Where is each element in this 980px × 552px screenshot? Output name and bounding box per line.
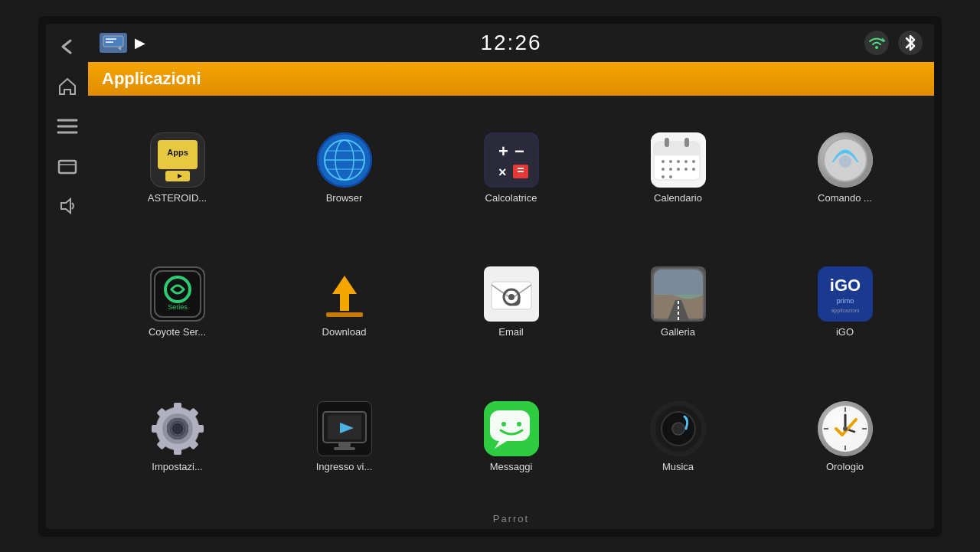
device-frame: ▶ 12:26 — [38, 16, 942, 537]
top-bar: ▶ 12:26 — [88, 24, 934, 62]
svg-point-81 — [172, 423, 184, 435]
svg-rect-34 — [684, 138, 689, 147]
svg-point-35 — [662, 160, 665, 163]
app-label-coyote: Coyote Ser... — [149, 326, 206, 338]
svg-text:=: = — [517, 164, 524, 177]
svg-rect-6 — [103, 36, 123, 47]
app-icon-impostaz — [150, 401, 205, 456]
section-title: Applicazioni — [102, 69, 201, 89]
svg-text:+: + — [498, 142, 508, 161]
app-email[interactable]: Email — [430, 237, 593, 367]
svg-point-37 — [677, 160, 680, 163]
windows-button[interactable] — [52, 151, 83, 181]
svg-text:applicazioni: applicazioni — [831, 308, 859, 314]
time-display: 12:26 — [480, 31, 541, 55]
app-label-ingresso: Ingresso vi... — [316, 461, 373, 472]
app-icon-download — [317, 266, 372, 322]
svg-text:iGO: iGO — [829, 276, 860, 295]
app-label-galleria: Galleria — [661, 326, 695, 338]
app-label-musica: Musica — [662, 461, 694, 472]
app-messaggi[interactable]: Messaggi — [430, 371, 593, 501]
app-orologio[interactable]: Orologio — [763, 371, 926, 501]
svg-rect-89 — [490, 410, 530, 441]
app-label-orologio: Orologio — [826, 461, 864, 472]
svg-rect-70 — [174, 403, 181, 410]
app-icon-coyote: Series — [150, 266, 205, 322]
app-label-asteroid: ASTEROID... — [148, 192, 207, 204]
top-bar-left: ▶ — [100, 33, 145, 53]
svg-text:primo: primo — [836, 297, 854, 305]
app-browser[interactable]: Browser — [263, 103, 426, 234]
app-asteroid[interactable]: Apps ASTEROID... — [96, 103, 259, 234]
app-label-browser: Browser — [326, 192, 363, 204]
svg-rect-71 — [174, 447, 181, 455]
svg-point-42 — [677, 168, 680, 171]
svg-text:Apps: Apps — [167, 148, 188, 157]
svg-marker-54 — [332, 276, 357, 311]
back-button[interactable] — [52, 31, 83, 62]
svg-point-49 — [839, 155, 851, 168]
apps-grid: Apps ASTEROID... — [88, 96, 934, 510]
app-comando[interactable]: Comando ... — [763, 103, 926, 234]
app-icon-ingresso — [317, 401, 372, 456]
svg-rect-32 — [654, 148, 700, 155]
media-icon[interactable] — [100, 33, 127, 53]
volume-button[interactable] — [52, 191, 83, 221]
svg-rect-23 — [485, 134, 537, 186]
app-icon-orologio — [818, 401, 873, 456]
svg-text:Series: Series — [168, 303, 188, 311]
app-label-igo: iGO — [836, 326, 854, 338]
app-impostaz[interactable]: Impostazi... — [96, 371, 259, 501]
app-label-calendario: Calendario — [654, 192, 702, 204]
app-galleria[interactable]: Galleria — [596, 237, 760, 367]
app-label-calcolatrice: Calcolatrice — [485, 192, 537, 204]
app-download[interactable]: Download — [263, 237, 426, 367]
svg-text:×: × — [498, 165, 507, 180]
app-ingresso[interactable]: Ingresso vi... — [263, 371, 426, 501]
svg-point-104 — [843, 426, 848, 431]
wifi-icon — [864, 31, 889, 55]
bluetooth-icon — [898, 31, 923, 55]
svg-marker-5 — [61, 199, 70, 213]
app-icon-asteroid: Apps — [150, 132, 205, 188]
app-icon-galleria — [651, 266, 706, 322]
svg-point-59 — [508, 294, 514, 300]
app-musica[interactable]: Musica — [596, 371, 760, 501]
app-icon-calcolatrice: + − × = — [484, 132, 539, 188]
svg-point-39 — [692, 160, 695, 163]
screen: ▶ 12:26 — [46, 24, 934, 529]
svg-rect-55 — [326, 312, 363, 317]
svg-rect-72 — [152, 425, 159, 433]
bottom-brand: Parrot — [88, 510, 934, 529]
app-icon-browser — [317, 132, 372, 188]
app-label-impostaz: Impostazi... — [152, 461, 202, 472]
app-calendario[interactable]: Calendario — [596, 103, 760, 234]
top-bar-right — [864, 31, 923, 55]
svg-point-38 — [684, 160, 688, 163]
app-label-email: Email — [498, 326, 524, 338]
app-icon-calendario — [651, 132, 706, 188]
svg-rect-33 — [665, 138, 669, 147]
app-icon-comando — [818, 132, 873, 188]
play-button[interactable]: ▶ — [135, 34, 145, 51]
svg-point-45 — [662, 175, 665, 178]
app-icon-email — [484, 266, 539, 322]
svg-rect-86 — [338, 443, 351, 447]
section-header: Applicazioni — [88, 62, 934, 96]
svg-point-9 — [875, 46, 878, 49]
app-label-download: Download — [322, 326, 367, 338]
svg-point-41 — [669, 168, 672, 171]
svg-rect-73 — [196, 425, 204, 433]
menu-button[interactable] — [52, 111, 83, 142]
app-coyote[interactable]: Series Coyote Ser... — [96, 237, 259, 367]
svg-point-36 — [669, 160, 672, 163]
home-button[interactable] — [52, 71, 83, 102]
app-igo[interactable]: iGO primo applicazioni iGO — [763, 237, 926, 367]
app-calcolatrice[interactable]: + − × = Calcolatrice — [430, 103, 593, 234]
svg-rect-87 — [334, 447, 355, 450]
sidebar — [46, 24, 88, 529]
svg-point-44 — [692, 168, 695, 171]
app-label-messaggi: Messaggi — [490, 461, 533, 472]
app-label-comando: Comando ... — [818, 192, 872, 204]
svg-text:−: − — [514, 142, 524, 161]
